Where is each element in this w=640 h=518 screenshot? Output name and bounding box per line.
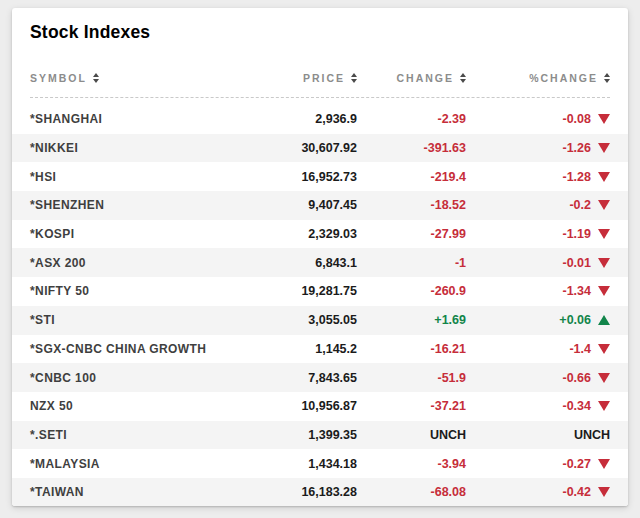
symbol-cell[interactable]: *NIFTY 50 <box>30 284 227 298</box>
column-header-change-label: CHANGE <box>396 72 454 84</box>
symbol-cell[interactable]: *KOSPI <box>30 227 227 241</box>
pct-change-value: -1.34 <box>563 284 592 298</box>
down-triangle-icon <box>598 200 610 210</box>
pct-change-value: -1.28 <box>563 170 592 184</box>
price-cell: 2,936.9 <box>227 112 357 126</box>
change-cell: -51.9 <box>357 371 466 385</box>
price-cell: 6,843.1 <box>227 256 357 270</box>
symbol-cell[interactable]: *SHANGHAI <box>30 112 227 126</box>
change-cell: -18.52 <box>357 198 466 212</box>
column-header-symbol[interactable]: SYMBOL <box>30 72 227 84</box>
change-cell: +1.69 <box>357 313 466 327</box>
table-row[interactable]: *MALAYSIA 1,434.18 -3.94 -0.27 <box>12 449 628 478</box>
price-cell: 1,145.2 <box>227 342 357 356</box>
change-cell: -260.9 <box>357 284 466 298</box>
pct-change-cell: -0.66 <box>466 371 610 385</box>
price-cell: 1,434.18 <box>227 457 357 471</box>
change-cell: -2.39 <box>357 112 466 126</box>
pct-change-value: -0.34 <box>563 399 592 413</box>
symbol-cell[interactable]: *HSI <box>30 170 227 184</box>
column-header-change[interactable]: CHANGE <box>357 72 466 84</box>
table-row[interactable]: *NIFTY 50 19,281.75 -260.9 -1.34 <box>12 277 628 306</box>
pct-change-cell: -0.27 <box>466 457 610 471</box>
sort-arrows-icon <box>93 73 99 83</box>
price-cell: 7,843.65 <box>227 371 357 385</box>
symbol-cell[interactable]: *STI <box>30 313 227 327</box>
table-row[interactable]: NZX 50 10,956.87 -37.21 -0.34 <box>12 392 628 421</box>
pct-change-cell: +0.06 <box>466 313 610 327</box>
pct-change-cell: -1.34 <box>466 284 610 298</box>
column-header-symbol-label: SYMBOL <box>30 72 87 84</box>
table-row[interactable]: *NIKKEI 30,607.92 -391.63 -1.26 <box>12 134 628 163</box>
down-triangle-icon <box>598 459 610 469</box>
change-cell: -219.4 <box>357 170 466 184</box>
pct-change-cell: -1.28 <box>466 170 610 184</box>
table-row[interactable]: *SHENZHEN 9,407.45 -18.52 -0.2 <box>12 191 628 220</box>
table-row[interactable]: *HSI 16,952.73 -219.4 -1.28 <box>12 162 628 191</box>
table-row[interactable]: *SGX-CNBC CHINA GROWTH 1,145.2 -16.21 -1… <box>12 335 628 364</box>
pct-change-value: UNCH <box>574 428 610 442</box>
down-triangle-icon <box>598 401 610 411</box>
pct-change-value: -0.08 <box>563 112 592 126</box>
column-header-pct-change-label: %CHANGE <box>529 72 598 84</box>
table-row[interactable]: *ASX 200 6,843.1 -1 -0.01 <box>12 248 628 277</box>
pct-change-value: -1.4 <box>569 342 591 356</box>
down-triangle-icon <box>598 258 610 268</box>
symbol-cell[interactable]: *SGX-CNBC CHINA GROWTH <box>30 342 227 356</box>
change-cell: -1 <box>357 256 466 270</box>
pct-change-cell: -0.01 <box>466 256 610 270</box>
symbol-cell[interactable]: *TAIWAN <box>30 485 227 499</box>
pct-change-cell: -0.42 <box>466 485 610 499</box>
table-row[interactable]: *SHANGHAI 2,936.9 -2.39 -0.08 <box>12 105 628 134</box>
table-row[interactable]: *.SETI 1,399.35 UNCH UNCH <box>12 421 628 450</box>
page-title: Stock Indexes <box>30 22 610 42</box>
down-triangle-icon <box>598 143 610 153</box>
down-triangle-icon <box>598 286 610 296</box>
table-row[interactable]: *KOSPI 2,329.03 -27.99 -1.19 <box>12 220 628 249</box>
stock-indexes-card: Stock Indexes SYMBOL PRICE CHANGE %CHANG… <box>12 8 628 506</box>
pct-change-cell: -0.34 <box>466 399 610 413</box>
pct-change-cell: -0.08 <box>466 112 610 126</box>
down-triangle-icon <box>598 373 610 383</box>
down-triangle-icon <box>598 344 610 354</box>
change-cell: -3.94 <box>357 457 466 471</box>
pct-change-cell: -0.2 <box>466 198 610 212</box>
symbol-cell[interactable]: *SHENZHEN <box>30 198 227 212</box>
column-header-price-label: PRICE <box>303 72 345 84</box>
change-cell: -68.08 <box>357 485 466 499</box>
pct-change-value: -1.19 <box>563 227 592 241</box>
change-cell: -37.21 <box>357 399 466 413</box>
symbol-cell[interactable]: *.SETI <box>30 428 227 442</box>
sort-arrows-icon <box>604 73 610 83</box>
symbol-cell[interactable]: *NIKKEI <box>30 141 227 155</box>
change-cell: -16.21 <box>357 342 466 356</box>
table-row[interactable]: *STI 3,055.05 +1.69 +0.06 <box>12 306 628 335</box>
price-cell: 16,952.73 <box>227 170 357 184</box>
pct-change-cell: -1.19 <box>466 227 610 241</box>
pct-change-value: -0.66 <box>563 371 592 385</box>
symbol-cell[interactable]: NZX 50 <box>30 399 227 413</box>
down-triangle-icon <box>598 172 610 182</box>
column-header-price[interactable]: PRICE <box>227 72 357 84</box>
up-triangle-icon <box>598 315 610 325</box>
pct-change-value: -0.01 <box>563 256 592 270</box>
pct-change-value: -1.26 <box>563 141 592 155</box>
table-row[interactable]: *CNBC 100 7,843.65 -51.9 -0.66 <box>12 363 628 392</box>
pct-change-cell: -1.4 <box>466 342 610 356</box>
pct-change-cell: UNCH <box>466 428 610 442</box>
column-header-pct-change[interactable]: %CHANGE <box>466 72 610 84</box>
price-cell: 9,407.45 <box>227 198 357 212</box>
price-cell: 3,055.05 <box>227 313 357 327</box>
symbol-cell[interactable]: *MALAYSIA <box>30 457 227 471</box>
table-row[interactable]: *TAIWAN 16,183.28 -68.08 -0.42 <box>12 478 628 506</box>
symbol-cell[interactable]: *CNBC 100 <box>30 371 227 385</box>
down-triangle-icon <box>598 487 610 497</box>
change-cell: -391.63 <box>357 141 466 155</box>
pct-change-value: +0.06 <box>559 313 591 327</box>
price-cell: 1,399.35 <box>227 428 357 442</box>
price-cell: 19,281.75 <box>227 284 357 298</box>
pct-change-value: -0.27 <box>563 457 592 471</box>
price-cell: 10,956.87 <box>227 399 357 413</box>
change-cell: -27.99 <box>357 227 466 241</box>
symbol-cell[interactable]: *ASX 200 <box>30 256 227 270</box>
